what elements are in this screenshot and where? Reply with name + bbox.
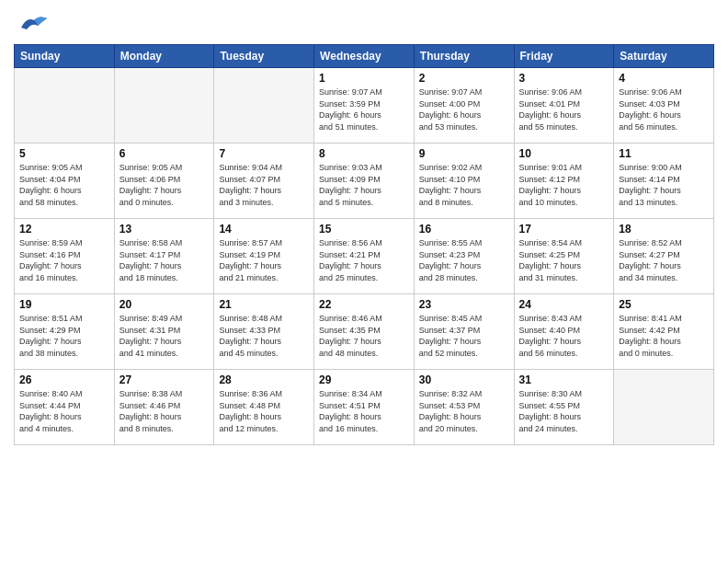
day-number: 25 [619, 298, 709, 311]
day-cell: 2Sunrise: 9:07 AM Sunset: 4:00 PM Daylig… [414, 68, 514, 144]
day-cell: 30Sunrise: 8:32 AM Sunset: 4:53 PM Dayli… [414, 370, 514, 445]
day-cell: 22Sunrise: 8:46 AM Sunset: 4:35 PM Dayli… [314, 294, 415, 370]
day-number: 13 [119, 223, 210, 236]
day-number: 10 [519, 147, 609, 160]
week-row-5: 26Sunrise: 8:40 AM Sunset: 4:44 PM Dayli… [15, 370, 714, 445]
day-cell: 21Sunrise: 8:48 AM Sunset: 4:33 PM Dayli… [214, 294, 314, 370]
header-sunday: Sunday [15, 45, 115, 68]
day-info: Sunrise: 8:49 AM Sunset: 4:31 PM Dayligh… [119, 313, 210, 359]
day-info: Sunrise: 9:06 AM Sunset: 4:01 PM Dayligh… [519, 86, 609, 132]
day-cell: 1Sunrise: 9:07 AM Sunset: 3:59 PM Daylig… [314, 68, 415, 144]
day-number: 17 [519, 223, 609, 236]
page: Sunday Monday Tuesday Wednesday Thursday… [0, 0, 728, 563]
week-row-2: 5Sunrise: 9:05 AM Sunset: 4:04 PM Daylig… [15, 144, 714, 219]
day-number: 12 [19, 223, 109, 236]
day-cell [15, 68, 115, 144]
day-number: 8 [319, 147, 409, 160]
day-number: 30 [419, 373, 509, 386]
day-cell: 23Sunrise: 8:45 AM Sunset: 4:37 PM Dayli… [414, 294, 514, 370]
day-info: Sunrise: 8:46 AM Sunset: 4:35 PM Dayligh… [319, 313, 409, 359]
day-cell: 28Sunrise: 8:36 AM Sunset: 4:48 PM Dayli… [214, 370, 314, 445]
weekday-header-row: Sunday Monday Tuesday Wednesday Thursday… [15, 45, 714, 68]
day-info: Sunrise: 8:34 AM Sunset: 4:51 PM Dayligh… [319, 388, 409, 434]
day-cell: 19Sunrise: 8:51 AM Sunset: 4:29 PM Dayli… [15, 294, 115, 370]
day-info: Sunrise: 8:40 AM Sunset: 4:44 PM Dayligh… [19, 388, 109, 434]
header-saturday: Saturday [614, 45, 714, 68]
day-info: Sunrise: 8:55 AM Sunset: 4:23 PM Dayligh… [419, 237, 509, 283]
day-info: Sunrise: 9:00 AM Sunset: 4:14 PM Dayligh… [619, 162, 709, 208]
day-info: Sunrise: 8:52 AM Sunset: 4:27 PM Dayligh… [619, 237, 709, 283]
day-number: 1 [319, 72, 409, 85]
day-number: 6 [119, 147, 210, 160]
day-cell: 6Sunrise: 9:05 AM Sunset: 4:06 PM Daylig… [114, 144, 214, 219]
day-info: Sunrise: 9:01 AM Sunset: 4:12 PM Dayligh… [519, 162, 609, 208]
header-friday: Friday [514, 45, 614, 68]
day-info: Sunrise: 9:05 AM Sunset: 4:04 PM Dayligh… [19, 162, 109, 208]
header-tuesday: Tuesday [214, 45, 314, 68]
day-cell: 9Sunrise: 9:02 AM Sunset: 4:10 PM Daylig… [414, 144, 514, 219]
day-info: Sunrise: 9:04 AM Sunset: 4:07 PM Dayligh… [219, 162, 309, 208]
day-cell: 16Sunrise: 8:55 AM Sunset: 4:23 PM Dayli… [414, 219, 514, 294]
day-cell: 14Sunrise: 8:57 AM Sunset: 4:19 PM Dayli… [214, 219, 314, 294]
day-number: 5 [19, 147, 109, 160]
day-cell: 8Sunrise: 9:03 AM Sunset: 4:09 PM Daylig… [314, 144, 415, 219]
day-number: 18 [619, 223, 709, 236]
day-cell: 31Sunrise: 8:30 AM Sunset: 4:55 PM Dayli… [514, 370, 614, 445]
day-cell: 11Sunrise: 9:00 AM Sunset: 4:14 PM Dayli… [614, 144, 714, 219]
day-number: 29 [319, 373, 409, 386]
week-row-4: 19Sunrise: 8:51 AM Sunset: 4:29 PM Dayli… [15, 294, 714, 370]
day-number: 19 [19, 298, 109, 311]
day-number: 16 [419, 223, 509, 236]
day-info: Sunrise: 9:02 AM Sunset: 4:10 PM Dayligh… [419, 162, 509, 208]
day-cell: 17Sunrise: 8:54 AM Sunset: 4:25 PM Dayli… [514, 219, 614, 294]
header-monday: Monday [114, 45, 214, 68]
day-cell [614, 370, 714, 445]
day-info: Sunrise: 8:58 AM Sunset: 4:17 PM Dayligh… [119, 237, 210, 283]
day-cell: 29Sunrise: 8:34 AM Sunset: 4:51 PM Dayli… [314, 370, 415, 445]
logo-bird-icon [14, 9, 49, 37]
day-number: 31 [519, 373, 609, 386]
calendar-table: Sunday Monday Tuesday Wednesday Thursday… [14, 44, 714, 445]
day-info: Sunrise: 8:57 AM Sunset: 4:19 PM Dayligh… [219, 237, 309, 283]
day-number: 15 [319, 223, 409, 236]
day-number: 23 [419, 298, 509, 311]
day-info: Sunrise: 9:07 AM Sunset: 3:59 PM Dayligh… [319, 86, 409, 132]
day-number: 14 [219, 223, 309, 236]
day-number: 21 [219, 298, 309, 311]
day-number: 27 [119, 373, 210, 386]
day-cell: 7Sunrise: 9:04 AM Sunset: 4:07 PM Daylig… [214, 144, 314, 219]
day-info: Sunrise: 8:32 AM Sunset: 4:53 PM Dayligh… [419, 388, 509, 434]
day-info: Sunrise: 8:36 AM Sunset: 4:48 PM Dayligh… [219, 388, 309, 434]
day-number: 2 [419, 72, 509, 85]
day-cell [114, 68, 214, 144]
day-cell: 27Sunrise: 8:38 AM Sunset: 4:46 PM Dayli… [114, 370, 214, 445]
logo [14, 9, 52, 37]
header [14, 9, 714, 37]
day-number: 11 [619, 147, 709, 160]
day-cell: 3Sunrise: 9:06 AM Sunset: 4:01 PM Daylig… [514, 68, 614, 144]
day-info: Sunrise: 8:59 AM Sunset: 4:16 PM Dayligh… [19, 237, 109, 283]
day-info: Sunrise: 8:38 AM Sunset: 4:46 PM Dayligh… [119, 388, 210, 434]
day-cell: 15Sunrise: 8:56 AM Sunset: 4:21 PM Dayli… [314, 219, 415, 294]
day-number: 28 [219, 373, 309, 386]
day-info: Sunrise: 8:48 AM Sunset: 4:33 PM Dayligh… [219, 313, 309, 359]
day-cell: 24Sunrise: 8:43 AM Sunset: 4:40 PM Dayli… [514, 294, 614, 370]
day-number: 24 [519, 298, 609, 311]
header-wednesday: Wednesday [314, 45, 415, 68]
day-info: Sunrise: 9:06 AM Sunset: 4:03 PM Dayligh… [619, 86, 709, 132]
day-info: Sunrise: 8:54 AM Sunset: 4:25 PM Dayligh… [519, 237, 609, 283]
day-number: 26 [19, 373, 109, 386]
week-row-3: 12Sunrise: 8:59 AM Sunset: 4:16 PM Dayli… [15, 219, 714, 294]
day-info: Sunrise: 8:56 AM Sunset: 4:21 PM Dayligh… [319, 237, 409, 283]
day-cell: 25Sunrise: 8:41 AM Sunset: 4:42 PM Dayli… [614, 294, 714, 370]
day-cell: 20Sunrise: 8:49 AM Sunset: 4:31 PM Dayli… [114, 294, 214, 370]
day-cell [214, 68, 314, 144]
day-cell: 4Sunrise: 9:06 AM Sunset: 4:03 PM Daylig… [614, 68, 714, 144]
day-cell: 18Sunrise: 8:52 AM Sunset: 4:27 PM Dayli… [614, 219, 714, 294]
day-info: Sunrise: 8:41 AM Sunset: 4:42 PM Dayligh… [619, 313, 709, 359]
header-thursday: Thursday [414, 45, 514, 68]
day-info: Sunrise: 8:45 AM Sunset: 4:37 PM Dayligh… [419, 313, 509, 359]
day-cell: 12Sunrise: 8:59 AM Sunset: 4:16 PM Dayli… [15, 219, 115, 294]
week-row-1: 1Sunrise: 9:07 AM Sunset: 3:59 PM Daylig… [15, 68, 714, 144]
day-info: Sunrise: 8:51 AM Sunset: 4:29 PM Dayligh… [19, 313, 109, 359]
